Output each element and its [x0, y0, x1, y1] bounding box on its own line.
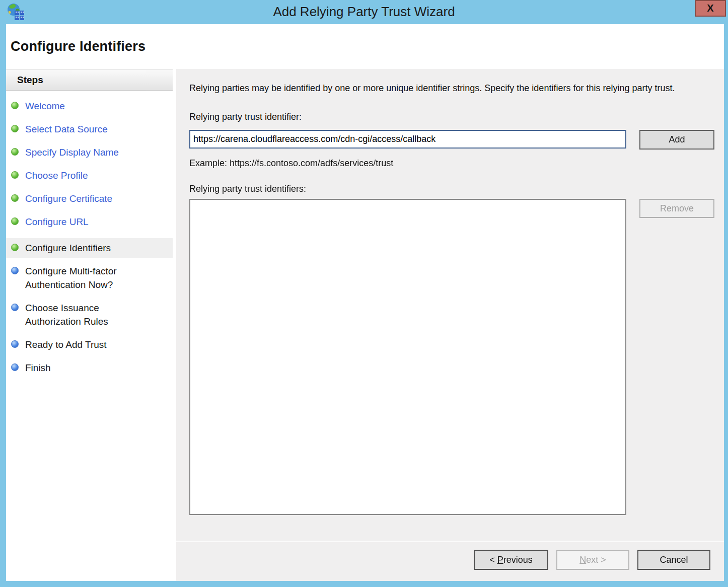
add-relying-party-trust-wizard-dialog: Add Relying Party Trust Wizard X Configu…	[0, 0, 728, 587]
step-done-dot-icon	[11, 102, 19, 109]
identifiers-list-label: Relying party trust identifiers:	[189, 184, 724, 194]
step-done-dot-icon	[11, 244, 19, 251]
previous-button[interactable]: < Previous	[474, 550, 548, 570]
wizard-body: Steps Welcome Select Data Source Specify…	[6, 69, 724, 581]
step-configure-certificate[interactable]: Configure Certificate	[6, 192, 173, 205]
step-choose-issuance-rules: Choose Issuance Authorization Rules	[6, 301, 173, 328]
window-title: Add Relying Party Trust Wizard	[0, 0, 728, 23]
main-panel: Relying parties may be identified by one…	[176, 69, 724, 581]
step-specify-display-name[interactable]: Specify Display Name	[6, 145, 173, 159]
identifiers-list-row: Remove	[189, 199, 724, 515]
page-title: Configure Identifiers	[11, 39, 145, 54]
step-choose-profile[interactable]: Choose Profile	[6, 169, 173, 182]
main-content: Relying parties may be identified by one…	[176, 69, 724, 541]
step-finish: Finish	[6, 361, 173, 375]
example-text: Example: https://fs.contoso.com/adfs/ser…	[189, 158, 724, 169]
step-ready-to-add-trust: Ready to Add Trust	[6, 338, 173, 351]
cancel-button[interactable]: Cancel	[637, 550, 710, 570]
wizard-header: Configure Identifiers	[6, 24, 724, 69]
step-select-data-source[interactable]: Select Data Source	[6, 122, 173, 136]
identifier-label: Relying party trust identifier:	[189, 112, 724, 122]
step-pending-dot-icon	[11, 304, 19, 311]
steps-sidebar: Steps Welcome Select Data Source Specify…	[6, 69, 173, 581]
relying-party-identifier-input[interactable]	[189, 130, 626, 149]
step-label: Welcome	[25, 99, 65, 113]
steps-list: Welcome Select Data Source Specify Displ…	[6, 91, 173, 375]
step-label: Choose Profile	[25, 169, 88, 182]
step-label: Configure URL	[25, 215, 89, 229]
step-configure-url[interactable]: Configure URL	[6, 215, 173, 229]
remove-button[interactable]: Remove	[639, 199, 714, 218]
step-label: Ready to Add Trust	[25, 338, 107, 351]
step-label: Select Data Source	[25, 122, 108, 136]
add-button[interactable]: Add	[639, 130, 714, 150]
step-label: Configure Identifiers	[25, 241, 111, 255]
next-button[interactable]: Next >	[556, 550, 629, 570]
step-configure-multifactor: Configure Multi-factor Authentication No…	[6, 264, 173, 291]
identifiers-listbox[interactable]	[189, 199, 626, 515]
description-text: Relying parties may be identified by one…	[189, 82, 718, 95]
step-label: Specify Display Name	[25, 145, 119, 159]
titlebar[interactable]: Add Relying Party Trust Wizard X	[0, 0, 728, 24]
step-done-dot-icon	[11, 171, 19, 179]
step-done-dot-icon	[11, 217, 19, 225]
step-configure-identifiers-current: Configure Identifiers	[6, 238, 173, 258]
step-label: Configure Certificate	[25, 192, 112, 205]
step-label: Choose Issuance Authorization Rules	[25, 301, 149, 328]
footer-bar: < Previous Next > Cancel	[176, 541, 724, 581]
step-done-dot-icon	[11, 125, 19, 132]
step-label: Finish	[25, 361, 51, 375]
step-pending-dot-icon	[11, 363, 19, 371]
identifier-input-row: Add	[189, 130, 724, 150]
step-pending-dot-icon	[11, 340, 19, 348]
steps-heading: Steps	[6, 69, 173, 91]
step-welcome[interactable]: Welcome	[6, 99, 173, 113]
step-pending-dot-icon	[11, 267, 19, 274]
step-label: Configure Multi-factor Authentication No…	[25, 264, 149, 291]
wizard-frame: Configure Identifiers Steps Welcome Sele…	[6, 24, 724, 581]
step-done-dot-icon	[11, 194, 19, 202]
close-button[interactable]: X	[695, 0, 726, 17]
step-done-dot-icon	[11, 148, 19, 156]
